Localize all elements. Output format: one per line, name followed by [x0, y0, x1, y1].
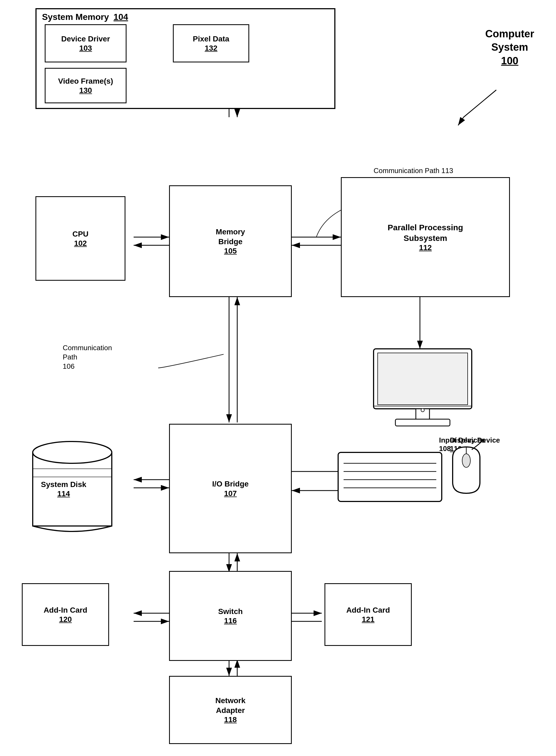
- cpu-box: CPU 102: [35, 196, 126, 281]
- memory-bridge-label: Memory Bridge: [216, 227, 245, 247]
- svg-rect-26: [378, 353, 467, 405]
- addin-card-120-label: Add-In Card: [44, 605, 87, 615]
- pixel-data-label: Pixel Data: [193, 34, 229, 44]
- addin-card-120-box: Add-In Card 120: [22, 583, 109, 646]
- parallel-processing-num: 112: [419, 243, 432, 252]
- system-memory-num: 104: [113, 12, 128, 22]
- switch-num: 116: [224, 616, 237, 625]
- svg-line-24: [458, 117, 463, 125]
- memory-bridge-box: Memory Bridge 105: [169, 185, 292, 297]
- addin-card-121-label: Add-In Card: [346, 605, 390, 615]
- svg-line-23: [463, 90, 496, 117]
- addin-card-121-num: 121: [362, 615, 375, 624]
- addin-card-120-num: 120: [59, 615, 72, 624]
- svg-rect-28: [395, 419, 450, 426]
- system-memory-box: System Memory 104 Device Driver 103 Pixe…: [35, 8, 336, 109]
- video-frames-num: 130: [79, 86, 92, 95]
- video-frames-label: Video Frame(s): [58, 76, 113, 86]
- device-driver-box: Device Driver 103: [45, 24, 127, 63]
- io-bridge-num: 107: [224, 489, 237, 498]
- cpu-num: 102: [74, 239, 87, 248]
- network-adapter-num: 118: [224, 715, 237, 724]
- computer-system-label: Computer System 100: [485, 27, 534, 68]
- addin-card-121-box: Add-In Card 121: [324, 583, 412, 646]
- switch-label: Switch: [218, 607, 243, 616]
- parallel-processing-box: Parallel Processing Subsystem 112: [341, 177, 510, 297]
- svg-point-30: [421, 409, 424, 412]
- system-disk: System Disk 114: [25, 436, 120, 542]
- system-disk-label: System Disk: [41, 480, 86, 489]
- device-driver-label: Device Driver: [61, 34, 110, 44]
- network-adapter-box: Network Adapter 118: [169, 676, 292, 744]
- switch-box: Switch 116: [169, 571, 292, 661]
- network-adapter-label: Network Adapter: [215, 696, 245, 716]
- comm-path-106-label: Communication Path 106: [63, 343, 112, 371]
- video-frames-box: Video Frame(s) 130: [45, 68, 127, 103]
- display-device: Display Device 110: [368, 346, 477, 433]
- memory-bridge-num: 105: [224, 247, 237, 255]
- comm-path-113-label: Communication Path 113: [374, 166, 453, 176]
- cpu-label: CPU: [72, 229, 89, 239]
- svg-rect-36: [338, 452, 442, 501]
- system-disk-num: 114: [41, 489, 86, 498]
- pixel-data-box: Pixel Data 132: [173, 24, 249, 63]
- system-memory-label: System Memory: [42, 12, 109, 22]
- input-devices: Input Devices 108: [336, 436, 488, 542]
- input-devices-num: 108: [439, 445, 451, 453]
- io-bridge-box: I/O Bridge 107: [169, 424, 292, 553]
- pixel-data-num: 132: [205, 44, 218, 52]
- diagram: Computer System 100 System Memory 104 De…: [0, 0, 556, 756]
- input-devices-label: Input Devices: [439, 436, 485, 444]
- device-driver-num: 103: [79, 44, 92, 52]
- parallel-processing-label: Parallel Processing Subsystem: [388, 222, 463, 243]
- io-bridge-label: I/O Bridge: [212, 479, 249, 489]
- svg-point-42: [462, 454, 471, 467]
